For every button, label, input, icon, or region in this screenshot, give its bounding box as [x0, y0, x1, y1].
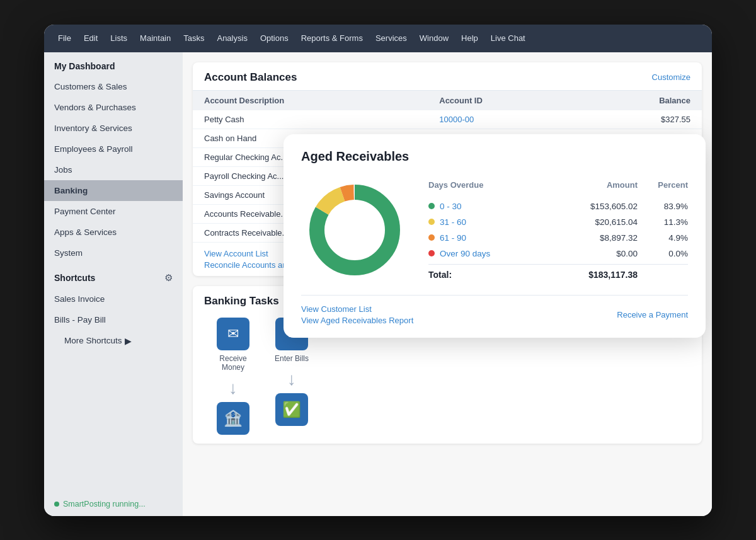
more-shortcuts[interactable]: More Shortcuts ▶	[44, 330, 183, 352]
enter-bills-label: Enter Bills	[275, 354, 309, 363]
aged-receivables-body: Days Overdue Amount Percent 0 - 30 $153,…	[301, 176, 688, 284]
svg-point-4	[326, 201, 384, 259]
sidebar-item-apps-services[interactable]: Apps & Services	[44, 222, 183, 243]
menu-item-edit[interactable]: Edit	[77, 30, 104, 47]
receive-money-icon[interactable]: ✉	[217, 318, 249, 350]
menu-item-analysis[interactable]: Analysis	[210, 30, 253, 47]
ar-row-2: 61 - 90 $8,897.32 4.9%	[428, 230, 688, 246]
donut-chart	[301, 176, 408, 284]
ar-row-0: 0 - 30 $153,605.02 83.9%	[428, 198, 688, 214]
table-row: Petty Cash 10000-00 $327.55	[193, 110, 702, 129]
sidebar-item-banking[interactable]: Banking	[44, 180, 183, 201]
sidebar-item-customers-sales[interactable]: Customers & Sales	[44, 76, 183, 97]
shortcuts-section: Shortcuts ⚙	[44, 263, 183, 289]
menu-item-file[interactable]: File	[52, 30, 77, 47]
smartposting-status: SmartPosting running...	[44, 492, 183, 516]
customize-button[interactable]: Customize	[652, 72, 690, 82]
col-balance: Balance	[572, 91, 702, 110]
menu-item-window[interactable]: Window	[413, 30, 455, 47]
dot-yellow	[428, 219, 435, 225]
sidebar-item-sales-invoice[interactable]: Sales Invoice	[44, 289, 183, 309]
menu-item-livechat[interactable]: Live Chat	[484, 30, 532, 47]
main-content: Account Balances Customize Account Descr…	[183, 52, 712, 516]
check-icon[interactable]: ✅	[275, 393, 308, 426]
ar-total: Total: $183,117.38	[428, 264, 688, 280]
menu-item-reports-forms[interactable]: Reports & Forms	[295, 30, 369, 47]
balance: $327.55	[572, 110, 702, 129]
menu-item-options[interactable]: Options	[254, 30, 295, 47]
menu-item-services[interactable]: Services	[369, 30, 413, 47]
account-id[interactable]: 10000-00	[428, 110, 572, 129]
app-body: My Dashboard Customers & Sales Vendors &…	[44, 52, 712, 516]
menu-item-tasks[interactable]: Tasks	[177, 30, 210, 47]
chevron-right-icon: ▶	[125, 336, 132, 346]
ar-table-header: Days Overdue Amount Percent	[428, 180, 688, 192]
aged-receivables-title: Aged Receivables	[301, 149, 688, 164]
task-receive-money: ✉ ReceiveMoney ↓ 🏦	[217, 318, 249, 435]
dot-red	[428, 250, 435, 256]
menu-item-lists[interactable]: Lists	[104, 30, 134, 47]
sidebar-item-employees-payroll[interactable]: Employees & Payroll	[44, 139, 183, 159]
ar-footer-links: View Customer List View Aged Receivables…	[301, 304, 413, 325]
receive-payment-link[interactable]: Receive a Payment	[617, 310, 688, 319]
sidebar-item-jobs[interactable]: Jobs	[44, 159, 183, 180]
app-window: File Edit Lists Maintain Tasks Analysis …	[44, 25, 712, 516]
sidebar-item-bills-pay[interactable]: Bills - Pay Bill	[44, 309, 183, 330]
ar-footer-right: Receive a Payment	[617, 309, 688, 320]
sidebar-item-vendors-purchases[interactable]: Vendors & Purchases	[44, 97, 183, 118]
bank-icon[interactable]: 🏦	[217, 402, 249, 435]
ar-footer: View Customer List View Aged Receivables…	[301, 295, 688, 325]
gear-icon[interactable]: ⚙	[164, 272, 173, 284]
view-aged-receivables-report-link[interactable]: View Aged Receivables Report	[301, 316, 413, 325]
receive-money-label: ReceiveMoney	[219, 354, 246, 372]
sidebar-item-inventory-services[interactable]: Inventory & Services	[44, 118, 183, 139]
arrow-down-icon: ↓	[287, 369, 296, 389]
ar-table: Days Overdue Amount Percent 0 - 30 $153,…	[428, 180, 688, 280]
ar-row-3: Over 90 days $0.00 0.0%	[428, 246, 688, 261]
dot-orange	[428, 234, 435, 241]
col-account-id: Account ID	[428, 91, 572, 110]
menu-item-help[interactable]: Help	[455, 30, 484, 47]
account-balances-title: Account Balances	[204, 71, 297, 84]
sidebar: My Dashboard Customers & Sales Vendors &…	[44, 52, 183, 516]
menu-bar: File Edit Lists Maintain Tasks Analysis …	[44, 25, 712, 52]
status-dot	[54, 502, 59, 507]
ar-row-1: 31 - 60 $20,615.04 11.3%	[428, 214, 688, 230]
dot-green	[428, 203, 435, 209]
menu-item-maintain[interactable]: Maintain	[134, 30, 177, 47]
shortcuts-label: Shortcuts	[54, 273, 95, 283]
view-customer-list-link[interactable]: View Customer List	[301, 304, 413, 314]
sidebar-item-payment-center[interactable]: Payment Center	[44, 201, 183, 222]
dashboard-label: My Dashboard	[44, 52, 183, 76]
col-description: Account Description	[193, 91, 428, 110]
aged-receivables-overlay: Aged Receivables	[284, 134, 706, 338]
sidebar-item-system[interactable]: System	[44, 243, 183, 263]
account-balances-header: Account Balances Customize	[193, 62, 702, 91]
account-description: Petty Cash	[193, 110, 428, 129]
arrow-down-icon: ↓	[229, 378, 238, 398]
